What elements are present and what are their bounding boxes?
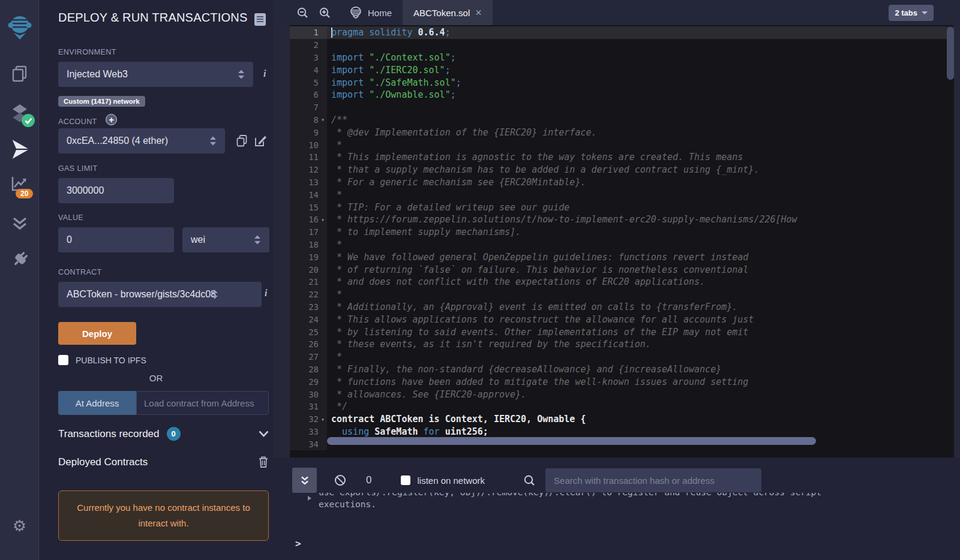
code-line[interactable]: 17 * to implement supply mechanisms].: [290, 226, 954, 239]
chevron-down-icon[interactable]: [259, 430, 269, 437]
code-line[interactable]: 11 * This implementation is agnostic to …: [290, 151, 954, 164]
analysis-count-badge: 20: [16, 189, 33, 198]
fold-arrow-icon[interactable]: ▾: [319, 116, 327, 123]
line-gutter: 22: [290, 288, 327, 301]
code-line[interactable]: 13 * For a generic mechanism see {ERC20M…: [290, 176, 954, 189]
code-line[interactable]: 22 *: [290, 288, 954, 301]
publish-ipfs-checkbox[interactable]: [58, 355, 68, 365]
code-line[interactable]: 20 * of returning `false` on failure. Th…: [290, 263, 954, 276]
code-line[interactable]: 23 * Additionally, an {Approval} event i…: [290, 301, 954, 314]
line-gutter: 9: [290, 126, 327, 139]
code-editor[interactable]: 1pragma solidity 0.6.4;23import "./Conte…: [290, 25, 954, 457]
environment-info-icon[interactable]: i: [263, 68, 266, 79]
code-line[interactable]: 33 using SafeMath for uint256;: [290, 426, 954, 438]
trash-icon[interactable]: [258, 456, 269, 468]
plugin-connector-icon[interactable]: [0, 249, 39, 270]
code-line[interactable]: 31 */: [290, 401, 954, 413]
code-line[interactable]: 9 * @dev Implementation of the {IERC20} …: [290, 126, 954, 139]
code-text: * This implementation is agnostic to the…: [327, 151, 743, 164]
zoom-out-icon[interactable]: [292, 0, 314, 25]
icon-sidebar: 20 ⚙: [0, 0, 39, 560]
terminal-search-input[interactable]: [545, 468, 761, 492]
terminal-panel: 0 listen on network use exports/.registe…: [273, 457, 960, 560]
code-line[interactable]: 32▾contract ABCToken is Context, IERC20,…: [290, 413, 954, 426]
horizontal-scrollbar[interactable]: [327, 437, 816, 445]
gas-limit-input[interactable]: [67, 185, 166, 196]
analysis-icon[interactable]: 20: [0, 174, 39, 193]
fold-arrow-icon[interactable]: ▾: [319, 416, 327, 423]
environment-select[interactable]: Injected Web3: [58, 62, 253, 87]
zoom-in-icon[interactable]: [314, 0, 336, 25]
line-gutter: 2: [290, 39, 327, 52]
pending-tx-count: 0: [366, 474, 371, 486]
remix-logo[interactable]: [0, 13, 39, 41]
code-line[interactable]: 3import "./Context.sol";: [290, 52, 954, 64]
tab-home-label: Home: [368, 8, 392, 18]
panel-title: DEPLOY & RUN TRANSACTIONS: [58, 11, 247, 25]
edit-account-icon[interactable]: [254, 134, 266, 147]
code-line[interactable]: 7: [290, 101, 954, 114]
solidity-compiler-icon[interactable]: [0, 103, 39, 127]
contract-select[interactable]: ABCToken - browser/gists/3c4dc08: [58, 282, 262, 307]
docs-book-icon[interactable]: [254, 13, 266, 26]
code-line[interactable]: 16▾ * https://forum.zeppelin.solutions/t…: [290, 213, 954, 226]
code-line[interactable]: 4import "./IERC20.sol";: [290, 64, 954, 76]
at-address-input[interactable]: [136, 391, 269, 415]
add-account-icon[interactable]: +: [106, 114, 117, 125]
deploy-run-icon[interactable]: [0, 138, 39, 161]
unit-testing-icon[interactable]: [0, 213, 39, 233]
gas-limit-label: GAS LIMIT: [58, 164, 97, 173]
line-number: 23: [308, 302, 319, 312]
code-line[interactable]: 29 * functions have been added to mitiga…: [290, 375, 954, 388]
code-line[interactable]: 26 * these events, as it isn't required …: [290, 338, 954, 351]
double-chevron-down-icon: [300, 475, 310, 486]
code-line[interactable]: 14 *: [290, 188, 954, 201]
code-line[interactable]: 25 * by listening to said events. Other …: [290, 326, 954, 338]
code-line[interactable]: 18 *: [290, 239, 954, 251]
tabs-count-button[interactable]: 2 tabs: [889, 5, 934, 21]
code-line[interactable]: 1pragma solidity 0.6.4;: [290, 26, 954, 39]
contract-info-icon[interactable]: i: [265, 288, 267, 299]
transactions-count-badge: 0: [167, 427, 181, 441]
code-line[interactable]: 21 * and does not conflict with the expe…: [290, 276, 954, 288]
code-line[interactable]: 19 * We have followed general OpenZeppel…: [290, 251, 954, 263]
code-line[interactable]: 6import "./Ownable.sol";: [290, 89, 954, 101]
fold-arrow-icon[interactable]: ▾: [319, 216, 327, 223]
at-address-button[interactable]: At Address: [58, 391, 136, 415]
code-line[interactable]: 12 * that a supply mechanism has to be a…: [290, 164, 954, 176]
terminal-prompt[interactable]: >: [295, 538, 301, 549]
line-number: 21: [308, 277, 319, 287]
copy-account-icon[interactable]: [236, 134, 248, 147]
code-line[interactable]: 24 * This allows applications to reconst…: [290, 313, 954, 326]
code-line[interactable]: 8▾/**: [290, 114, 954, 127]
line-number: 6: [314, 90, 319, 100]
code-line[interactable]: 30 * allowances. See {IERC20-approve}.: [290, 388, 954, 401]
tab-home[interactable]: Home: [338, 0, 403, 25]
transactions-recorded-row[interactable]: Transactions recorded 0: [58, 427, 269, 441]
code-line[interactable]: 2: [290, 39, 954, 52]
plugin-manager-icon[interactable]: [0, 64, 39, 84]
close-tab-icon[interactable]: ×: [475, 7, 482, 18]
deploy-button[interactable]: Deploy: [58, 322, 136, 345]
deployed-contracts-row: Deployed Contracts: [58, 456, 269, 468]
value-input[interactable]: [67, 234, 166, 245]
code-line[interactable]: 10 *: [290, 139, 954, 151]
terminal-expand-button[interactable]: [292, 468, 317, 493]
code-line[interactable]: 28 * Finally, the non-standard {decrease…: [290, 363, 954, 376]
line-gutter: 14: [290, 188, 327, 201]
code-text: * functions have been added to mitigate …: [327, 375, 748, 388]
code-line[interactable]: 15 * TIP: For a detailed writeup see our…: [290, 201, 954, 213]
code-line[interactable]: 27 *: [290, 351, 954, 363]
tab-abctoken[interactable]: ABCToken.sol ×: [403, 0, 493, 25]
settings-icon[interactable]: ⚙: [0, 518, 39, 534]
vertical-scrollbar[interactable]: [947, 27, 954, 80]
line-gutter: 17: [290, 226, 327, 239]
clear-console-icon[interactable]: [334, 474, 346, 486]
code-text: import "./Context.sol";: [327, 52, 456, 64]
remix-logo-icon: [7, 13, 33, 41]
account-select[interactable]: 0xcEA...24850 (4 ether): [58, 128, 225, 153]
value-unit-select[interactable]: wei: [182, 227, 269, 252]
search-icon: [524, 475, 535, 486]
code-line[interactable]: 5import "./SafeMath.sol";: [290, 76, 954, 89]
listen-network-checkbox[interactable]: [401, 475, 410, 485]
